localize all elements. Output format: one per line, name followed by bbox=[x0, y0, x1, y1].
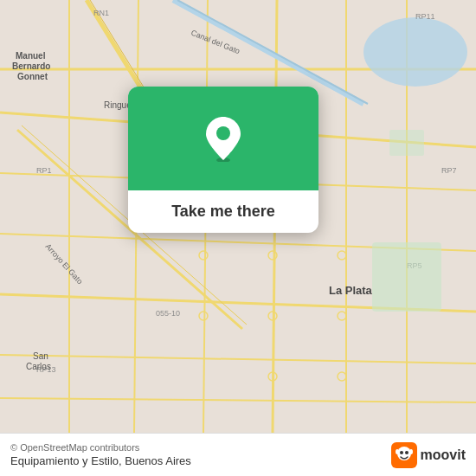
svg-text:Carlos: Carlos bbox=[26, 362, 51, 371]
bottom-bar: © OpenStreetMap contributors Equipamient… bbox=[0, 433, 476, 476]
card-button-section: Take me there bbox=[128, 190, 318, 233]
svg-rect-47 bbox=[389, 130, 424, 156]
svg-point-55 bbox=[409, 449, 413, 454]
svg-text:La Plata: La Plata bbox=[329, 284, 373, 297]
svg-point-49 bbox=[216, 126, 230, 140]
location-card: Take me there bbox=[128, 87, 318, 233]
location-name: Equipamiento y Estilo, Buenos Aires bbox=[10, 454, 391, 467]
svg-text:RP11: RP11 bbox=[415, 12, 435, 21]
location-pin-icon bbox=[204, 115, 242, 162]
svg-text:RP7: RP7 bbox=[441, 166, 457, 175]
svg-text:Bernardo: Bernardo bbox=[12, 61, 50, 71]
card-green-header bbox=[128, 87, 318, 190]
svg-text:Gonnet: Gonnet bbox=[17, 72, 48, 81]
svg-rect-46 bbox=[372, 242, 441, 312]
copyright-text: © OpenStreetMap contributors bbox=[10, 442, 391, 453]
svg-text:RP1: RP1 bbox=[36, 166, 52, 175]
svg-text:RN1: RN1 bbox=[93, 9, 109, 17]
moovit-logo: moovit bbox=[391, 442, 466, 468]
svg-point-53 bbox=[405, 451, 408, 454]
svg-point-52 bbox=[400, 451, 403, 454]
map-view: RN1 RP11 RP1 RP7 RP13 055-10 055-10 RP5 … bbox=[0, 0, 476, 433]
svg-point-54 bbox=[396, 449, 399, 454]
moovit-icon bbox=[391, 442, 417, 468]
bottom-info: © OpenStreetMap contributors Equipamient… bbox=[10, 442, 391, 467]
svg-point-20 bbox=[363, 17, 467, 87]
svg-text:San: San bbox=[33, 351, 48, 361]
svg-text:Manuel: Manuel bbox=[16, 51, 46, 61]
moovit-text: moovit bbox=[421, 447, 466, 463]
take-me-there-button[interactable]: Take me there bbox=[171, 203, 275, 221]
svg-text:055-10: 055-10 bbox=[156, 309, 180, 318]
